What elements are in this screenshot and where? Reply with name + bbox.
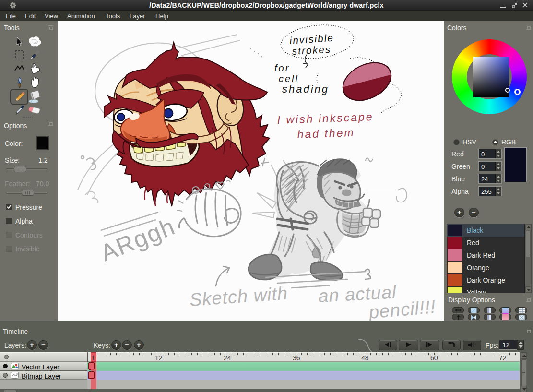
svg-text:strokes: strokes	[292, 44, 332, 57]
svg-text:cell: cell	[279, 73, 299, 84]
svg-text:had them: had them	[297, 126, 355, 141]
svg-text:for: for	[274, 63, 290, 73]
svg-text:shading: shading	[282, 83, 329, 95]
svg-text:ARggh: ARggh	[96, 213, 179, 267]
svg-text:Sketch with: Sketch with	[189, 283, 289, 310]
svg-text:I wish inkscape: I wish inkscape	[277, 110, 374, 126]
